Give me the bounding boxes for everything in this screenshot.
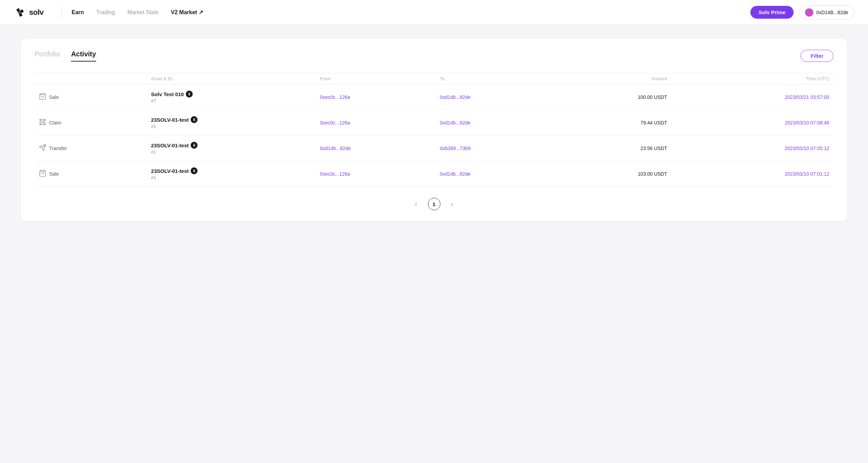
nav-v2-market[interactable]: V2 Market ↗ — [171, 9, 203, 16]
header: solv Earn Trading Market Stats V2 Market… — [0, 0, 868, 25]
type-label-0: Sale — [49, 94, 59, 100]
nav-market-stats[interactable]: Market Stats — [127, 9, 158, 16]
page-number-1[interactable]: 1 — [428, 198, 440, 210]
asset-cell-3: 23SOLV-01-test 6 #1 — [147, 161, 316, 187]
amount-cell-0: 100.00 USDT — [556, 84, 671, 110]
asset-name-text-2: 23SOLV-01-test — [151, 142, 189, 148]
col-asset: Asset & ID — [147, 73, 316, 84]
claim-icon — [39, 118, 46, 127]
badge-1: 6 — [191, 116, 198, 123]
type-label-2: Transfer — [49, 146, 67, 151]
svg-point-5 — [40, 124, 41, 125]
asset-id-3: #1 — [151, 175, 312, 180]
to-cell-1[interactable]: 0xd14b...82de — [436, 110, 555, 136]
main-content: Portfolio Activity Filter Asset & ID Fro… — [0, 25, 868, 235]
asset-name-text-0: Solv Test 010 — [151, 91, 184, 97]
type-cell-3: Sale — [35, 161, 147, 187]
from-cell-0[interactable]: 0xec0c...126a — [316, 84, 436, 110]
activity-table: Asset & ID From To Amount Time (UTC) Sal… — [35, 73, 833, 187]
col-time: Time (UTC) — [671, 73, 833, 84]
to-address-0[interactable]: 0xd14b...82de — [440, 94, 470, 100]
amount-cell-1: 79.44 USDT — [556, 110, 671, 136]
nav-trading[interactable]: Trading — [97, 9, 115, 16]
from-address-2[interactable]: 0xd14b...82de — [320, 146, 351, 151]
wallet-avatar — [805, 8, 813, 17]
asset-id-1: #1 — [151, 124, 312, 129]
tab-portfolio[interactable]: Portfolio — [35, 50, 60, 62]
tab-activity[interactable]: Activity — [71, 50, 96, 62]
col-from: From — [316, 73, 436, 84]
table-row: Transfer 23SOLV-01-test 6 #1 0xd14b...82… — [35, 136, 833, 161]
header-right: Solv Prime 0xD14B...82de — [750, 5, 854, 20]
type-cell-1: Claim — [35, 110, 147, 136]
from-address-0[interactable]: 0xec0c...126a — [320, 94, 350, 100]
from-address-1[interactable]: 0xec0c...126a — [320, 120, 350, 126]
to-address-2[interactable]: 0xb389...73b9 — [440, 146, 470, 151]
from-cell-2[interactable]: 0xd14b...82de — [316, 136, 436, 161]
time-cell-1[interactable]: 2023/03/10 07:08:48 — [671, 110, 833, 136]
from-address-3[interactable]: 0xec0c...126a — [320, 171, 350, 177]
cart-icon — [39, 93, 46, 101]
col-amount: Amount — [556, 73, 671, 84]
wallet-address: 0xD14B...82de — [816, 10, 848, 15]
to-address-3[interactable]: 0xd14b...82de — [440, 171, 470, 177]
table-row: Sale 23SOLV-01-test 6 #1 0xec0c...126a 0… — [35, 161, 833, 187]
svg-point-6 — [44, 124, 46, 125]
from-cell-3[interactable]: 0xec0c...126a — [316, 161, 436, 187]
table-row: Claim 23SOLV-01-test 6 #1 0xec0c...126a … — [35, 110, 833, 136]
to-cell-3[interactable]: 0xd14b...82de — [436, 161, 555, 187]
type-cell-0: Sale — [35, 84, 147, 110]
cart-icon — [39, 169, 46, 178]
svg-point-3 — [40, 119, 41, 121]
transfer-icon — [39, 144, 46, 152]
to-cell-2[interactable]: 0xb389...73b9 — [436, 136, 555, 161]
logo[interactable]: solv — [14, 6, 44, 19]
amount-cell-3: 103.00 USDT — [556, 161, 671, 187]
asset-id-0: #7 — [151, 98, 312, 103]
from-cell-1[interactable]: 0xec0c...126a — [316, 110, 436, 136]
badge-3: 6 — [191, 167, 198, 174]
type-label-3: Sale — [49, 171, 59, 177]
tabs-row: Portfolio Activity Filter — [35, 50, 833, 62]
solv-prime-button[interactable]: Solv Prime — [750, 6, 794, 19]
next-page-button[interactable]: › — [446, 198, 458, 210]
activity-card: Portfolio Activity Filter Asset & ID Fro… — [21, 39, 847, 221]
prev-page-button[interactable]: ‹ — [410, 198, 422, 210]
time-cell-3[interactable]: 2023/03/10 07:01:12 — [671, 161, 833, 187]
filter-button[interactable]: Filter — [801, 50, 833, 62]
col-type — [35, 73, 147, 84]
col-to: To — [436, 73, 555, 84]
type-label-1: Claim — [49, 120, 62, 126]
nav-earn[interactable]: Earn — [72, 9, 84, 16]
asset-cell-1: 23SOLV-01-test 6 #1 — [147, 110, 316, 136]
header-divider — [62, 6, 62, 19]
table-row: Sale Solv Test 010 6 #7 0xec0c...126a 0x… — [35, 84, 833, 110]
badge-2: 6 — [191, 142, 198, 149]
pagination: ‹ 1 › — [35, 198, 833, 210]
time-cell-0[interactable]: 2023/03/21 03:57:00 — [671, 84, 833, 110]
asset-name-text-1: 23SOLV-01-test — [151, 117, 189, 123]
time-cell-2[interactable]: 2023/03/10 07:05:12 — [671, 136, 833, 161]
to-address-1[interactable]: 0xd14b...82de — [440, 120, 470, 126]
to-cell-0[interactable]: 0xd14b...82de — [436, 84, 555, 110]
asset-id-2: #1 — [151, 149, 312, 155]
logo-text: solv — [29, 8, 44, 17]
asset-cell-2: 23SOLV-01-test 6 #1 — [147, 136, 316, 161]
asset-name-text-3: 23SOLV-01-test — [151, 168, 189, 174]
badge-0: 6 — [186, 91, 193, 98]
nav: Earn Trading Market Stats V2 Market ↗ — [72, 9, 750, 16]
amount-cell-2: 23.56 USDT — [556, 136, 671, 161]
svg-point-1 — [42, 121, 44, 123]
asset-cell-0: Solv Test 010 6 #7 — [147, 84, 316, 110]
type-cell-2: Transfer — [35, 136, 147, 161]
svg-point-4 — [44, 119, 46, 121]
wallet-button[interactable]: 0xD14B...82de — [799, 5, 854, 20]
